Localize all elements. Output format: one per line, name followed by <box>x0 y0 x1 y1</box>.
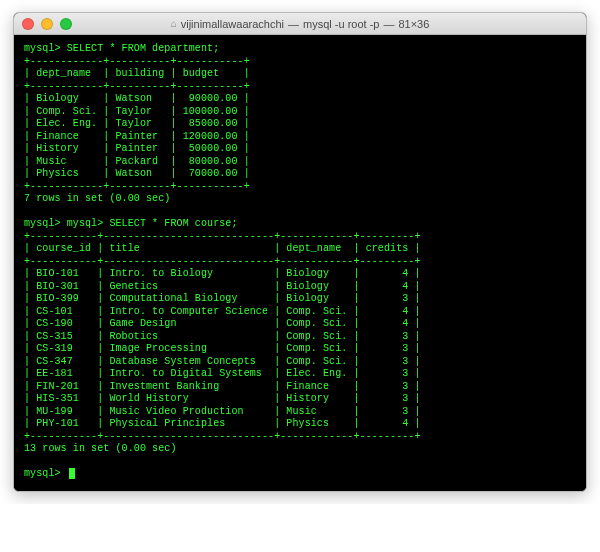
terminal-window: ⌂ vijinimallawaarachchi — mysql -u root … <box>13 12 587 492</box>
terminal-body[interactable]: mysql> SELECT * FROM department; +------… <box>14 35 586 491</box>
home-icon: ⌂ <box>171 18 177 29</box>
window-controls <box>22 18 72 30</box>
cursor <box>69 468 75 479</box>
maximize-icon[interactable] <box>60 18 72 30</box>
title-dims: 81×36 <box>398 18 429 30</box>
title-cmd: mysql -u root -p <box>303 18 379 30</box>
window-title: ⌂ vijinimallawaarachchi — mysql -u root … <box>171 18 430 30</box>
minimize-icon[interactable] <box>41 18 53 30</box>
title-user: vijinimallawaarachchi <box>181 18 284 30</box>
close-icon[interactable] <box>22 18 34 30</box>
titlebar[interactable]: ⌂ vijinimallawaarachchi — mysql -u root … <box>14 13 586 35</box>
